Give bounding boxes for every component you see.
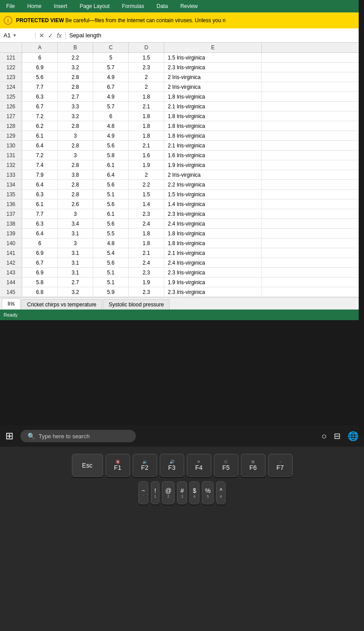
key-f7[interactable]: → F7 — [268, 454, 293, 477]
formula-content[interactable]: Sepal length — [66, 32, 364, 39]
cell-b[interactable]: 2.6 — [58, 199, 93, 209]
cell-c[interactable]: 6.1 — [93, 209, 129, 218]
windows-start-button[interactable]: ⊞ — [5, 430, 13, 442]
confirm-icon[interactable]: ✓ — [48, 32, 53, 39]
cell-a[interactable]: 6.9 — [22, 268, 58, 277]
key-f6[interactable]: ⊞ F6 — [241, 454, 265, 477]
menu-file[interactable]: File — [4, 2, 17, 10]
cell-a[interactable]: 6.1 — [22, 131, 58, 140]
cell-c[interactable]: 5.6 — [93, 258, 129, 267]
sheet-tab-systolic[interactable]: Systolic blood pressure — [103, 299, 170, 310]
cell-a[interactable]: 6.9 — [22, 248, 58, 258]
menu-formulas[interactable]: Formulas — [119, 2, 147, 10]
table-row[interactable]: 133 7.9 3.8 6.4 2 2 Iris-virginica — [0, 170, 364, 180]
cell-b[interactable]: 3.3 — [58, 102, 93, 111]
cell-b[interactable]: 2.7 — [58, 278, 93, 287]
cell-b[interactable]: 3 — [58, 151, 93, 160]
col-header-a[interactable]: A — [22, 43, 58, 52]
cell-d[interactable]: 1.8 — [129, 229, 164, 238]
cell-d[interactable]: 1.8 — [129, 111, 164, 121]
cell-b[interactable]: 3.2 — [58, 287, 93, 297]
cell-e[interactable]: 1.6 Iris-virginica — [164, 151, 262, 160]
cell-e[interactable]: 2 Iris-virginica — [164, 82, 262, 91]
cell-b[interactable]: 3.2 — [58, 111, 93, 121]
cell-b[interactable]: 3.2 — [58, 63, 93, 72]
cell-c[interactable]: 5.1 — [93, 268, 129, 277]
cell-e[interactable]: 2.1 Iris-virginica — [164, 248, 262, 258]
menu-data[interactable]: Data — [154, 2, 170, 10]
table-row[interactable]: 132 7.4 2.8 6.1 1.9 1.9 Iris-virginica — [0, 160, 364, 170]
table-row[interactable]: 121 6 2.2 5 1.5 1.5 Iris-virginica — [0, 53, 364, 63]
cell-c[interactable]: 5.7 — [93, 102, 129, 111]
cell-e[interactable]: 1.8 Iris-virginica — [164, 238, 262, 248]
table-row[interactable]: 129 6.1 3 4.9 1.8 1.8 Iris-virginica — [0, 131, 364, 141]
key-5[interactable]: % 5 — [202, 481, 214, 504]
cell-d[interactable]: 1.8 — [129, 121, 164, 131]
cell-d[interactable]: 1.8 — [129, 131, 164, 140]
cell-a[interactable]: 6.3 — [22, 190, 58, 199]
key-f2[interactable]: 🔉 F2 — [133, 454, 157, 477]
cell-c[interactable]: 6 — [93, 111, 129, 121]
cell-e[interactable]: 2.1 Iris-virginica — [164, 102, 262, 111]
cell-b[interactable]: 3 — [58, 238, 93, 248]
cell-a[interactable]: 7.2 — [22, 151, 58, 160]
cell-c[interactable]: 5.1 — [93, 190, 129, 199]
cell-d[interactable]: 2.4 — [129, 219, 164, 228]
cell-e[interactable]: 1.4 Iris-virginica — [164, 199, 262, 209]
cell-e[interactable]: 2.3 Iris-virginica — [164, 63, 262, 72]
cell-e[interactable]: 2.2 Iris-virginica — [164, 180, 262, 189]
cell-a[interactable]: 7.7 — [22, 209, 58, 218]
cell-d[interactable]: 1.4 — [129, 199, 164, 209]
cell-c[interactable]: 5.6 — [93, 141, 129, 150]
cell-b[interactable]: 2.8 — [58, 190, 93, 199]
table-row[interactable]: 131 7.2 3 5.8 1.6 1.6 Iris-virginica — [0, 151, 364, 160]
cell-c[interactable]: 5.7 — [93, 63, 129, 72]
key-f4[interactable]: ✕ F4 — [187, 454, 211, 477]
table-row[interactable]: 136 6.1 2.6 5.6 1.4 1.4 Iris-virginica — [0, 199, 364, 209]
table-row[interactable]: 127 7.2 3.2 6 1.8 1.8 Iris-virginica — [0, 111, 364, 121]
cell-c[interactable]: 5.5 — [93, 229, 129, 238]
cell-a[interactable]: 6.3 — [22, 92, 58, 101]
table-row[interactable]: 124 7.7 2.8 6.7 2 2 Iris-virginica — [0, 82, 364, 92]
menu-page-layout[interactable]: Page Layout — [77, 2, 112, 10]
cell-e[interactable]: 2.3 Iris-virginica — [164, 268, 262, 277]
cell-d[interactable]: 2 — [129, 82, 164, 91]
key-6[interactable]: ^ 6 — [216, 481, 226, 504]
key-f1[interactable]: 🔇 F1 — [106, 454, 130, 477]
table-row[interactable]: 126 6.7 3.3 5.7 2.1 2.1 Iris-virginica — [0, 102, 364, 111]
cell-b[interactable]: 3.1 — [58, 268, 93, 277]
table-row[interactable]: 122 6.9 3.2 5.7 2.3 2.3 Iris-virginica — [0, 63, 364, 72]
cell-b[interactable]: 2.8 — [58, 72, 93, 82]
cell-a[interactable]: 6.7 — [22, 102, 58, 111]
cell-e[interactable]: 1.8 Iris-virginica — [164, 92, 262, 101]
table-row[interactable]: 144 5.8 2.7 5.1 1.9 1.9 Iris-virginica — [0, 278, 364, 287]
cell-c[interactable]: 4.9 — [93, 131, 129, 140]
table-row[interactable]: 141 6.9 3.1 5.4 2.1 2.1 Iris-virginica — [0, 248, 364, 258]
cell-d[interactable]: 1.8 — [129, 92, 164, 101]
cell-e[interactable]: 1.8 Iris-virginica — [164, 229, 262, 238]
taskbar-search-box[interactable]: 🔍 Type here to search — [20, 430, 136, 442]
cell-b[interactable]: 3 — [58, 131, 93, 140]
table-row[interactable]: 128 6.2 2.8 4.8 1.8 1.8 Iris-virginica — [0, 121, 364, 131]
cell-c[interactable]: 5 — [93, 53, 129, 62]
cell-b[interactable]: 2.8 — [58, 121, 93, 131]
table-row[interactable]: 145 6.8 3.2 5.9 2.3 2.3 Iris-virginica — [0, 287, 364, 297]
cell-a[interactable]: 7.4 — [22, 160, 58, 170]
cell-e[interactable]: 2.4 Iris-virginica — [164, 219, 262, 228]
cell-b[interactable]: 3.1 — [58, 229, 93, 238]
cell-a[interactable]: 6 — [22, 238, 58, 248]
cell-a[interactable]: 5.8 — [22, 278, 58, 287]
table-row[interactable]: 123 5.6 2.8 4.9 2 2 Iris-virginica — [0, 72, 364, 82]
cell-d[interactable]: 2.3 — [129, 63, 164, 72]
cell-e[interactable]: 1.9 Iris-virginica — [164, 278, 262, 287]
table-row[interactable]: 139 6.4 3.1 5.5 1.8 1.8 Iris-virginica — [0, 229, 364, 238]
cell-c[interactable]: 5.8 — [93, 151, 129, 160]
cell-d[interactable]: 2.3 — [129, 287, 164, 297]
cell-d[interactable]: 2.1 — [129, 141, 164, 150]
table-row[interactable]: 135 6.3 2.8 5.1 1.5 1.5 Iris-virginica — [0, 190, 364, 199]
key-4[interactable]: $ 4 — [190, 481, 199, 504]
key-3[interactable]: # 3 — [177, 481, 187, 504]
cell-e[interactable]: 2.3 Iris-virginica — [164, 287, 262, 297]
cell-d[interactable]: 2 — [129, 72, 164, 82]
cell-b[interactable]: 2.2 — [58, 53, 93, 62]
